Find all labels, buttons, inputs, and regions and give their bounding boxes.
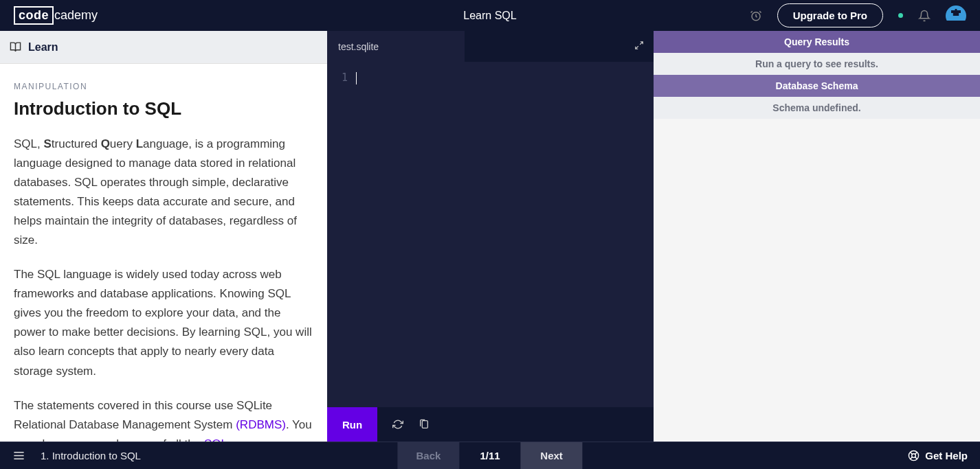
svg-line-10 — [915, 457, 917, 459]
editor-tab-filename: test.sqlite — [338, 41, 379, 52]
svg-point-6 — [912, 454, 916, 458]
lesson-content[interactable]: MANIPULATION Introduction to SQL SQL, St… — [0, 64, 327, 442]
course-title: Learn SQL — [463, 10, 516, 22]
svg-line-7 — [911, 453, 913, 455]
back-button[interactable]: Back — [397, 442, 459, 470]
learn-tab-bar: Learn — [0, 31, 327, 64]
next-button[interactable]: Next — [521, 442, 583, 470]
code-editor[interactable]: 1 — [327, 62, 654, 407]
code-text[interactable] — [355, 69, 654, 407]
lesson-paragraph: SQL, Structured Query Language, is a pro… — [14, 135, 313, 250]
expand-icon[interactable] — [634, 41, 644, 53]
footer-lesson-name[interactable]: 1. Introduction to SQL — [41, 450, 141, 461]
bell-icon[interactable] — [918, 10, 931, 22]
status-dot — [898, 13, 903, 18]
query-results-header: Query Results — [654, 31, 980, 53]
run-button[interactable]: Run — [327, 407, 377, 442]
help-icon — [908, 450, 920, 461]
editor-tab[interactable]: test.sqlite — [327, 31, 465, 62]
query-results-msg: Run a query to see results. — [654, 53, 980, 75]
sql-glossary-link[interactable]: SQL — [204, 437, 227, 442]
main: Learn MANIPULATION Introduction to SQL S… — [0, 31, 980, 442]
svg-rect-1 — [423, 421, 428, 428]
svg-line-8 — [915, 453, 917, 455]
logo-box: code — [14, 6, 54, 25]
footer-left: 1. Introduction to SQL — [12, 449, 141, 462]
lesson-panel: Learn MANIPULATION Introduction to SQL S… — [0, 31, 327, 442]
lesson-eyebrow: MANIPULATION — [14, 82, 313, 91]
svg-line-9 — [911, 457, 913, 459]
footer: 1. Introduction to SQL Back 1/11 Next Ge… — [0, 442, 980, 469]
lesson-paragraph: The statements covered in this course us… — [14, 396, 313, 442]
schema-msg: Schema undefined. — [654, 97, 980, 119]
alarm-icon[interactable] — [750, 10, 762, 22]
get-help[interactable]: Get Help — [908, 450, 968, 461]
editor-tab-bar: test.sqlite — [327, 31, 654, 62]
book-icon — [10, 41, 21, 53]
progress-indicator: 1/11 — [480, 450, 500, 461]
editor-action-bar: Run — [327, 407, 654, 442]
editor-panel: test.sqlite 1 Run — [327, 31, 654, 442]
avatar[interactable] — [946, 5, 966, 26]
logo[interactable]: codecademy — [14, 6, 98, 25]
help-label: Get Help — [925, 450, 968, 461]
results-panel: Query Results Run a query to see results… — [654, 31, 980, 442]
top-header: codecademy Learn SQL Upgrade to Pro — [0, 0, 980, 31]
rdbms-link[interactable]: (RDBMS) — [236, 418, 286, 431]
cursor — [356, 72, 357, 84]
lesson-body: SQL, Structured Query Language, is a pro… — [14, 135, 313, 442]
lesson-title: Introduction to SQL — [14, 98, 313, 119]
logo-text: cademy — [54, 8, 98, 23]
upgrade-button[interactable]: Upgrade to Pro — [777, 3, 883, 27]
learn-tab-label[interactable]: Learn — [28, 41, 58, 54]
menu-icon[interactable] — [12, 449, 25, 462]
copy-clipboard-icon[interactable] — [419, 419, 430, 430]
footer-nav: Back 1/11 Next — [397, 442, 582, 470]
schema-header: Database Schema — [654, 75, 980, 97]
lesson-paragraph: The SQL language is widely used today ac… — [14, 265, 313, 380]
line-number: 1 — [327, 69, 355, 407]
reset-icon[interactable] — [392, 419, 403, 430]
svg-point-5 — [909, 450, 919, 460]
header-right: Upgrade to Pro — [750, 3, 966, 27]
